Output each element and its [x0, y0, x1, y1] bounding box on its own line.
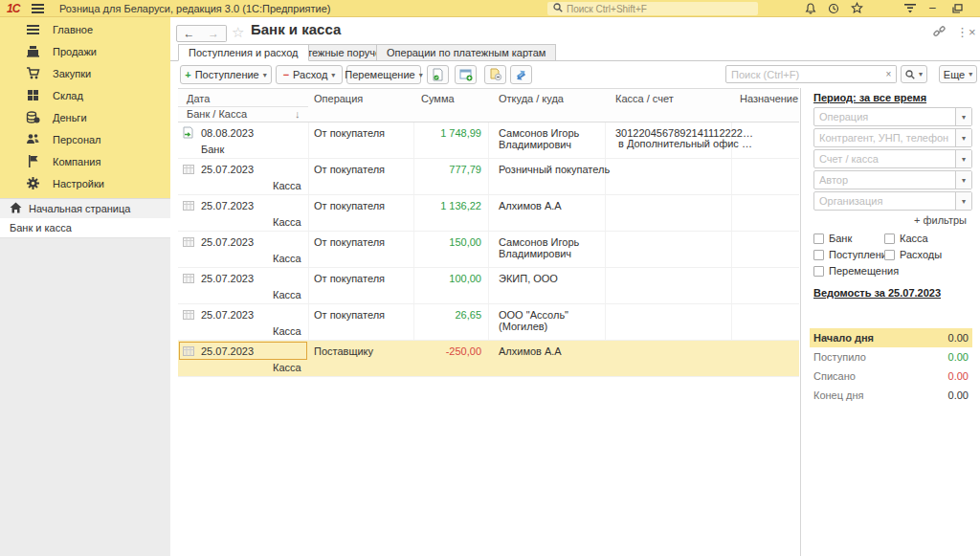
- table-row[interactable]: 25.07.2023 Касса От покупателя 777,79 Ро…: [178, 159, 799, 195]
- checkbox-expenses[interactable]: Расходы: [884, 249, 942, 260]
- main-menu-icon[interactable]: [32, 4, 44, 15]
- copy-document-button[interactable]: [484, 65, 506, 84]
- notifications-bell-icon[interactable]: [805, 3, 816, 16]
- kebab-menu-icon[interactable]: ⋮: [956, 25, 969, 39]
- restore-window-icon[interactable]: [952, 4, 963, 15]
- filter-author[interactable]: ▾: [813, 170, 972, 189]
- cell-sum: -250,00: [413, 345, 481, 357]
- panel-divider[interactable]: [800, 88, 801, 556]
- period-link[interactable]: Период: за все время: [813, 92, 926, 103]
- checkbox-bank[interactable]: Банк: [813, 233, 852, 244]
- close-page-icon[interactable]: ×: [969, 25, 976, 39]
- table-row[interactable]: 25.07.2023 Касса От покупателя 150,00 Са…: [178, 232, 799, 268]
- sidebar-item-settings[interactable]: Настройки: [0, 172, 170, 194]
- tab-card-operations[interactable]: Операции по платежным картам: [376, 44, 556, 61]
- clear-search-button[interactable]: ×: [881, 65, 897, 83]
- checkbox-box[interactable]: [813, 266, 824, 277]
- filter-account[interactable]: ▾: [813, 149, 972, 168]
- cell-group: Банк: [201, 144, 224, 155]
- checkbox-label: Перемещения: [829, 265, 899, 277]
- checkbox-receipts[interactable]: Поступления: [813, 249, 893, 260]
- get-link-icon[interactable]: [933, 26, 946, 40]
- global-search-input[interactable]: [567, 4, 739, 14]
- posted-document-icon: [182, 126, 195, 140]
- chevron-down-icon: ▾: [331, 71, 335, 79]
- search-options-button[interactable]: ▾: [901, 65, 927, 83]
- col-bank-cash[interactable]: Банк / Касса: [187, 108, 247, 120]
- checkbox-transfers[interactable]: Перемещения: [813, 265, 899, 277]
- table-row[interactable]: 25.07.2023 Касса От покупателя 100,00 ЭК…: [178, 268, 799, 304]
- table-row[interactable]: 25.07.2023 Касса От покупателя 26,65 ООО…: [178, 304, 799, 341]
- menu-lines-icon: [26, 22, 40, 36]
- cell-date: 25.07.2023: [201, 164, 254, 175]
- collapse-panels-icon[interactable]: [903, 4, 917, 16]
- more-label: Еще: [944, 69, 965, 80]
- filter-account-input[interactable]: [814, 150, 955, 167]
- col-purpose[interactable]: Назначение: [740, 93, 798, 104]
- sidebar-item-company[interactable]: Компания: [0, 150, 170, 172]
- receipt-button[interactable]: + Поступление ▾: [180, 65, 272, 84]
- create-based-on-button[interactable]: [455, 65, 477, 84]
- favorites-star-icon[interactable]: [851, 2, 863, 16]
- filter-organization-input[interactable]: [814, 192, 955, 210]
- sidebar-item-sales[interactable]: Продажи: [0, 40, 170, 62]
- sidebar: Главное Продажи Закупки Склад Деньги Пер…: [0, 17, 170, 556]
- cart-icon: [26, 66, 40, 80]
- col-sum[interactable]: Сумма: [421, 93, 455, 104]
- more-filters-link[interactable]: + фильтры: [914, 214, 967, 226]
- summary-value: 0.00: [948, 332, 969, 344]
- favorite-star-icon[interactable]: ☆: [232, 24, 244, 41]
- sidebar-item-purchases[interactable]: Закупки: [0, 62, 170, 84]
- checkbox-box[interactable]: [884, 234, 895, 244]
- col-date[interactable]: Дата: [187, 93, 210, 104]
- chevron-down-icon[interactable]: ▾: [955, 192, 971, 210]
- sidebar-open-page-bank[interactable]: Банк и касса: [0, 218, 170, 238]
- daily-report-link[interactable]: Ведомость за 25.07.2023: [813, 287, 941, 299]
- sync-button[interactable]: [510, 65, 532, 84]
- home-page-label: Начальная страница: [29, 203, 130, 214]
- chevron-down-icon[interactable]: ▾: [955, 108, 971, 125]
- back-button[interactable]: ←: [176, 25, 202, 42]
- post-document-button[interactable]: [427, 65, 449, 84]
- chevron-down-icon[interactable]: ▾: [955, 150, 971, 167]
- cell-from: Розничный покупатель: [499, 164, 613, 175]
- sidebar-item-staff[interactable]: Персонал: [0, 128, 170, 150]
- filter-operation[interactable]: ▾: [813, 107, 972, 126]
- filter-organization[interactable]: ▾: [813, 191, 972, 211]
- checkbox-box[interactable]: [813, 250, 824, 260]
- filter-counterparty[interactable]: ▾: [813, 128, 972, 147]
- global-search[interactable]: [547, 2, 758, 15]
- more-button[interactable]: Еще ▾: [939, 65, 977, 83]
- filter-counterparty-input[interactable]: [814, 129, 955, 146]
- list-search-input[interactable]: [726, 69, 870, 80]
- page-title: Банк и касса: [251, 21, 341, 37]
- col-from[interactable]: Откуда / куда: [499, 93, 564, 104]
- cell-sum: 777,79: [413, 164, 481, 175]
- sidebar-item-warehouse[interactable]: Склад: [0, 84, 170, 106]
- sort-desc-icon[interactable]: ↓: [295, 108, 301, 120]
- chevron-down-icon[interactable]: ▾: [955, 129, 971, 146]
- col-operation[interactable]: Операция: [314, 93, 363, 104]
- checkbox-box[interactable]: [884, 250, 895, 260]
- sidebar-item-money[interactable]: Деньги: [0, 106, 170, 128]
- table-row-selected[interactable]: 25.07.2023 Касса Поставщику -250,00 Алхи…: [178, 341, 799, 377]
- checkbox-cash[interactable]: Касса: [884, 233, 928, 244]
- chevron-down-icon[interactable]: ▾: [955, 171, 971, 189]
- filter-author-input[interactable]: [814, 171, 955, 189]
- sidebar-item-main[interactable]: Главное: [0, 18, 170, 40]
- minimize-icon[interactable]: –: [929, 1, 936, 14]
- col-account[interactable]: Касса / счет: [615, 93, 674, 104]
- checkbox-box[interactable]: [813, 234, 824, 244]
- filter-operation-input[interactable]: [814, 108, 955, 125]
- history-icon[interactable]: [828, 3, 839, 16]
- list-search[interactable]: [725, 65, 882, 83]
- tab-receipts-and-expense[interactable]: Поступления и расход: [178, 44, 309, 61]
- table-row[interactable]: 25.07.2023 Касса От покупателя 1 136,22 …: [178, 195, 799, 232]
- transfer-button[interactable]: Перемещение ▾: [346, 65, 421, 84]
- table-header[interactable]: Дата Операция Сумма Откуда / куда Касса …: [178, 88, 799, 122]
- forward-button[interactable]: →: [201, 25, 227, 42]
- sidebar-home-page[interactable]: Начальная страница: [0, 198, 170, 218]
- cell-sum: 1 136,22: [413, 200, 481, 211]
- table-row[interactable]: 08.08.2023 Банк От покупателя 1 748,99 С…: [178, 122, 799, 159]
- expense-button[interactable]: − Расход ▾: [276, 65, 343, 84]
